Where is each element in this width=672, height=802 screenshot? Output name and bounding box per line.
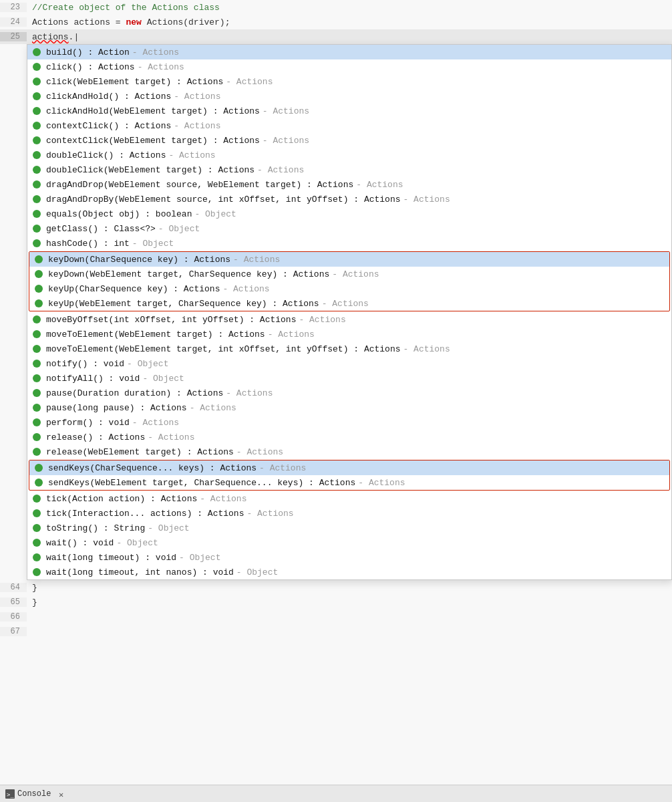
method-text-17: keyUp(CharSequence key) : Actions <box>48 284 220 294</box>
autocomplete-item-33[interactable]: toString() : String - Object <box>27 521 671 535</box>
method-source-30: - Actions <box>358 478 405 488</box>
autocomplete-item-3[interactable]: click(WebElement target) : Actions - Act… <box>27 74 671 89</box>
autocomplete-item-26[interactable]: perform() : void - Actions <box>27 415 671 430</box>
method-source-16: - Actions <box>332 269 379 279</box>
method-source-26: - Actions <box>132 418 179 428</box>
method-source-11: - Actions <box>403 194 450 205</box>
autocomplete-item-15[interactable]: keyDown(CharSequence key) : Actions - Ac… <box>29 252 669 267</box>
method-text-19: moveByOffset(int xOffset, int yOffset) :… <box>46 315 296 325</box>
line-number-67: 67 <box>0 627 27 636</box>
console-label: Console <box>17 789 51 799</box>
autocomplete-item-19[interactable]: moveByOffset(int xOffset, int yOffset) :… <box>27 312 671 327</box>
method-text-29: sendKeys(CharSequence... keys) : Actions <box>48 463 257 473</box>
method-text-24: pause(Duration duration) : Actions <box>46 388 223 398</box>
autocomplete-item-30[interactable]: sendKeys(WebElement target, CharSequence… <box>29 475 669 490</box>
autocomplete-item-9[interactable]: doubleClick(WebElement target) : Actions… <box>27 162 671 177</box>
autocomplete-item-29[interactable]: sendKeys(CharSequence... keys) : Actions… <box>29 460 669 475</box>
autocomplete-item-12[interactable]: equals(Object obj) : boolean - Object <box>27 207 671 221</box>
method-source-21: - Actions <box>403 344 450 354</box>
method-icon-29 <box>35 464 43 472</box>
svg-text:>_: >_ <box>7 791 14 798</box>
line-content-65: } <box>27 597 37 608</box>
autocomplete-item-34[interactable]: wait() : void - Object <box>27 535 671 550</box>
method-icon-4 <box>33 92 41 100</box>
method-icon-11 <box>33 195 41 203</box>
method-source-32: - Actions <box>246 509 293 519</box>
method-source-3: - Actions <box>226 77 273 87</box>
editor-container: 23 //Create object of the Actions class … <box>0 0 672 802</box>
method-icon-35 <box>33 553 41 561</box>
autocomplete-item-21[interactable]: moveToElement(WebElement target, int xOf… <box>27 342 671 356</box>
code-line-67: 67 <box>0 624 672 639</box>
method-icon-26 <box>33 418 41 426</box>
autocomplete-item-14[interactable]: hashCode() : int - Object <box>27 236 671 251</box>
method-icon-12 <box>33 210 41 218</box>
autocomplete-dropdown[interactable]: build() : Action - Actions click() : Act… <box>27 44 672 580</box>
autocomplete-item-17[interactable]: keyUp(CharSequence key) : Actions - Acti… <box>29 281 669 296</box>
method-text-10: dragAndDrop(WebElement source, WebElemen… <box>46 180 353 190</box>
autocomplete-item-28[interactable]: release(WebElement target) : Actions - A… <box>27 444 671 459</box>
console-status-item[interactable]: >_ Console <box>5 789 51 799</box>
method-text-33: toString() : String <box>46 523 145 533</box>
code-new-keyword: new <box>126 17 141 27</box>
autocomplete-item-25[interactable]: pause(long pause) : Actions - Actions <box>27 400 671 415</box>
autocomplete-item-18[interactable]: keyUp(WebElement target, CharSequence ke… <box>29 296 669 311</box>
autocomplete-item-2[interactable]: click() : Actions - Actions <box>27 59 671 74</box>
line-content-64: } <box>27 583 37 593</box>
method-source-1: - Actions <box>132 47 179 57</box>
method-source-10: - Actions <box>356 180 403 190</box>
method-icon-20 <box>33 330 41 338</box>
method-source-5: - Actions <box>263 106 309 116</box>
method-text-2: click() : Actions <box>46 62 135 72</box>
autocomplete-item-1[interactable]: build() : Action - Actions <box>27 45 671 59</box>
autocomplete-item-36[interactable]: wait(long timeout, int nanos) : void - O… <box>27 565 671 579</box>
method-text-9: doubleClick(WebElement target) : Actions <box>46 165 255 175</box>
line-content-23: //Create object of the Actions class <box>27 3 220 13</box>
method-icon-1 <box>33 48 41 56</box>
autocomplete-item-35[interactable]: wait(long timeout) : void - Object <box>27 550 671 565</box>
autocomplete-item-7[interactable]: contextClick(WebElement target) : Action… <box>27 133 671 148</box>
method-source-12: - Object <box>194 209 236 219</box>
method-text-25: pause(long pause) : Actions <box>46 403 187 413</box>
autocomplete-item-4[interactable]: clickAndHold() : Actions - Actions <box>27 89 671 104</box>
method-text-22: notify() : void <box>46 359 124 369</box>
autocomplete-item-31[interactable]: tick(Action action) : Actions - Actions <box>27 491 671 506</box>
autocomplete-item-16[interactable]: keyDown(WebElement target, CharSequence … <box>29 267 669 281</box>
method-icon-7 <box>33 136 41 144</box>
method-icon-34 <box>33 539 41 547</box>
autocomplete-item-10[interactable]: dragAndDrop(WebElement source, WebElemen… <box>27 177 671 192</box>
autocomplete-item-24[interactable]: pause(Duration duration) : Actions - Act… <box>27 386 671 400</box>
method-source-17: - Actions <box>222 284 269 294</box>
line-number-66: 66 <box>0 612 27 622</box>
code-line-23: 23 //Create object of the Actions class <box>0 0 672 15</box>
method-text-12: equals(Object obj) : boolean <box>46 209 192 219</box>
autocomplete-item-5[interactable]: clickAndHold(WebElement target) : Action… <box>27 104 671 118</box>
method-icon-14 <box>33 239 41 247</box>
method-source-20: - Actions <box>268 329 315 340</box>
autocomplete-item-23[interactable]: notifyAll() : void - Object <box>27 371 671 386</box>
autocomplete-item-22[interactable]: notify() : void - Object <box>27 356 671 371</box>
method-source-23: - Object <box>142 374 184 384</box>
autocomplete-item-27[interactable]: release() : Actions - Actions <box>27 430 671 444</box>
method-icon-17 <box>35 285 43 293</box>
autocomplete-item-20[interactable]: moveToElement(WebElement target) : Actio… <box>27 327 671 342</box>
method-text-1: build() : Action <box>46 47 130 57</box>
method-text-3: click(WebElement target) : Actions <box>46 77 223 87</box>
status-icon-item[interactable]: ✕ <box>59 789 68 799</box>
autocomplete-item-8[interactable]: doubleClick() : Actions - Actions <box>27 148 671 162</box>
code-line-64: 64 } <box>0 580 672 595</box>
method-icon-3 <box>33 78 41 86</box>
autocomplete-item-6[interactable]: contextClick() : Actions - Actions <box>27 118 671 133</box>
method-text-5: clickAndHold(WebElement target) : Action… <box>46 106 260 116</box>
autocomplete-item-13[interactable]: getClass() : Class<?> - Object <box>27 221 671 236</box>
autocomplete-item-32[interactable]: tick(Interaction... actions) : Actions -… <box>27 506 671 521</box>
method-icon-6 <box>33 122 41 130</box>
method-text-15: keyDown(CharSequence key) : Actions <box>48 255 230 265</box>
line-number-24: 24 <box>0 17 27 27</box>
status-bar: >_ Console ✕ <box>0 785 672 802</box>
method-icon-24 <box>33 389 41 397</box>
method-text-30: sendKeys(WebElement target, CharSequence… <box>48 478 355 488</box>
method-source-35: - Object <box>179 553 220 563</box>
method-icon-19 <box>33 315 41 323</box>
autocomplete-item-11[interactable]: dragAndDropBy(WebElement source, int xOf… <box>27 192 671 207</box>
